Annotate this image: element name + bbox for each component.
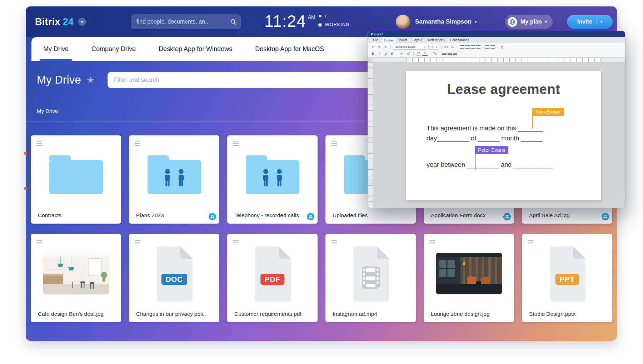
logo-number: 24 [63, 16, 74, 28]
bitrix-logo[interactable]: Bitrix 24 ▾ [35, 6, 86, 37]
shrink-font-icon[interactable]: A- [450, 44, 455, 50]
word-titlebar: Bitrix 24 [368, 31, 625, 37]
card-studio-design[interactable]: PPT Studio Design.pptx [522, 234, 612, 322]
indent-decrease-icon[interactable] [448, 52, 452, 55]
align-left-icon[interactable] [460, 45, 464, 49]
vertical-ruler[interactable] [368, 62, 373, 208]
word-tab-file[interactable]: File [370, 37, 381, 43]
document-page[interactable]: Lease agreement This agreement is made o… [406, 71, 601, 200]
pdf-badge: PDF [260, 274, 285, 285]
format-painter-icon[interactable]: ✎ [383, 44, 388, 50]
underline-icon[interactable]: U [383, 51, 388, 56]
presentation-file-icon [545, 246, 590, 301]
card-instagram-ad[interactable]: Instagram ad.mp4 [325, 234, 416, 322]
font-family-value: Helvetica Neue [395, 45, 415, 49]
cafe-photo-thumbnail [43, 253, 109, 294]
tab-desktop-windows[interactable]: Desktop App for Windows [159, 37, 232, 61]
title-row: My Drive ★ [37, 74, 94, 86]
tab-desktop-macos[interactable]: Desktop App for MacOS [255, 37, 324, 61]
word-tab-layout[interactable]: Layout [410, 37, 425, 43]
card-label: Application Form.docx [431, 212, 500, 219]
doc-badge: DOC [161, 274, 187, 285]
tab-my-drive[interactable]: My Drive [43, 37, 69, 61]
superscript-icon[interactable]: x² [406, 51, 411, 56]
shared-badge-icon [307, 213, 314, 220]
user-avatar[interactable] [396, 15, 410, 29]
horizontal-ruler[interactable] [373, 58, 625, 62]
undo-icon[interactable]: ↶ [370, 44, 375, 50]
clock: 11:24 AM [264, 12, 315, 30]
clear-formatting-icon[interactable]: Tx [432, 51, 438, 56]
tab-label: Company Drive [91, 45, 136, 53]
global-search-input[interactable] [136, 19, 230, 25]
card-customer-requirements[interactable]: PDF Customer requirements.pdf [227, 234, 318, 322]
bullet-list-icon[interactable] [485, 45, 489, 49]
align-right-icon[interactable] [471, 45, 475, 49]
highlight-color-icon[interactable]: ab [416, 51, 421, 56]
bold-icon[interactable]: B [370, 51, 375, 56]
word-toolbar: ↶ ↷ ✎ Helvetica Neue ▾ 18 ▾ A+ A- [368, 43, 625, 58]
tab-company-drive[interactable]: Company Drive [91, 37, 136, 61]
document-title: Lease agreement [406, 82, 601, 97]
font-family-select[interactable]: Helvetica Neue ▾ [393, 45, 427, 50]
document-paragraph: This agreement is made on this _______ d… [427, 123, 543, 143]
shared-badge-icon [503, 213, 511, 220]
word-tab-insert[interactable]: Insert [396, 37, 410, 43]
tab-label: Desktop App for Windows [159, 45, 232, 53]
card-label: Instagram ad.mp4 [333, 311, 402, 317]
indent-increase-icon[interactable] [442, 52, 447, 55]
card-plans-2023[interactable]: Plans 2023 [129, 135, 219, 224]
font-size-select[interactable]: 18 ▾ [428, 45, 439, 50]
collab-cursor-tom-brown: Tom Brown [532, 108, 564, 116]
document-line-2: day_________ of ______ month ______ [427, 135, 542, 142]
card-privacy-policy[interactable]: DOC Changes in our privacy poli... [129, 234, 219, 322]
card-lounge-zone[interactable]: Lounge zone design.jpg [424, 234, 514, 322]
chevron-down-icon: ▾ [475, 20, 477, 24]
card-telephony[interactable]: Telephony - recorded calls [227, 135, 318, 224]
align-center-icon[interactable] [465, 45, 470, 49]
tab-label: My Drive [43, 45, 69, 53]
flag-counter[interactable]: ⚑ 1 [318, 14, 350, 19]
card-contracts[interactable]: Contracts [31, 135, 121, 224]
card-label: April Sale Ad.jpg [529, 212, 599, 219]
subscript-icon[interactable]: x₂ [399, 51, 405, 56]
page-title: My Drive [37, 74, 81, 86]
document-line-1: This agreement is made on this _______ [427, 125, 543, 132]
pilcrow-icon[interactable]: ¶ [499, 44, 505, 50]
collab-cursor-label: Peter Evans [475, 146, 508, 154]
working-status[interactable]: ◉ WORKING [318, 22, 350, 27]
invite-label: Invite [577, 19, 592, 25]
shared-badge-icon [209, 213, 216, 220]
numbered-list-icon[interactable] [490, 45, 495, 49]
tab-label: Desktop App for MacOS [255, 45, 324, 53]
line-spacing-icon[interactable] [453, 52, 457, 55]
document-file-icon [152, 246, 197, 301]
grow-font-icon[interactable]: A+ [444, 44, 449, 50]
strikethrough-icon[interactable]: S [389, 51, 395, 56]
edge-notification-dot [24, 152, 27, 155]
card-label: Contracts [38, 212, 108, 219]
word-logo: Bitrix [371, 33, 379, 36]
chevron-down-icon[interactable]: ▾ [78, 18, 86, 26]
card-cafe-design[interactable]: Cafe design Ben's deal.jpg [31, 234, 121, 322]
word-document-area: Lease agreement This agreement is made o… [368, 62, 625, 208]
global-search[interactable] [131, 14, 241, 29]
invite-button[interactable]: Invite ▾ [567, 15, 613, 29]
shared-badge-icon [602, 213, 609, 220]
italic-icon[interactable]: I [377, 51, 382, 56]
working-label: WORKING [325, 22, 350, 27]
shared-folder-icon [246, 160, 299, 194]
globe-icon [508, 17, 517, 27]
my-plan-button[interactable]: My plan ▾ [505, 15, 553, 29]
card-label: Cafe design Ben's deal.jpg [38, 311, 108, 317]
word-tab-references[interactable]: References [425, 37, 447, 43]
favorite-star-icon[interactable]: ★ [86, 75, 94, 85]
word-tab-collaboration[interactable]: Collaboration [447, 37, 472, 43]
chevron-down-icon[interactable]: ▾ [600, 20, 603, 24]
video-file-icon [348, 246, 393, 301]
word-tab-home[interactable]: Home [381, 37, 396, 43]
align-justify-icon[interactable] [476, 45, 480, 49]
redo-icon[interactable]: ↷ [377, 44, 382, 50]
document-paragraph: year between _________ and ___________ [427, 161, 553, 169]
font-color-icon[interactable]: A [422, 51, 428, 56]
